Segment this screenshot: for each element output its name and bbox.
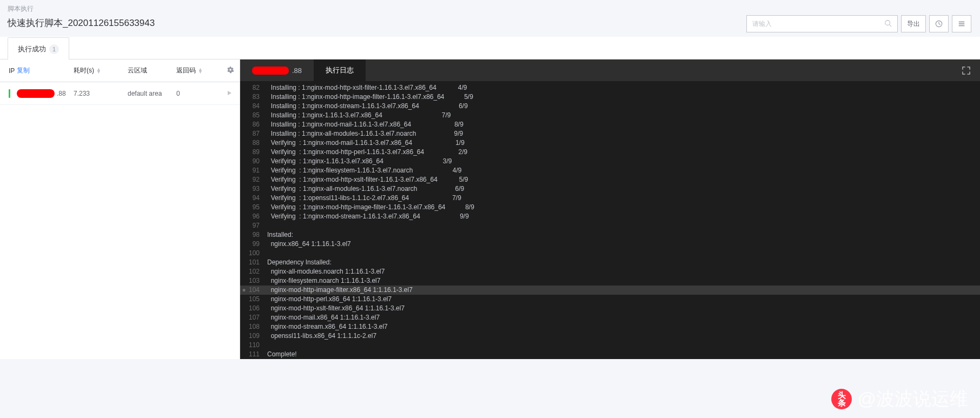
log-line: 107 nginx-mod-mail.x86_64 1:1.16.1-3.el7 — [240, 313, 980, 322]
cell-time: 7.233 — [74, 90, 128, 97]
search-input[interactable] — [752, 20, 884, 28]
log-body[interactable]: 82 Installing : 1:nginx-mod-http-xslt-fi… — [240, 81, 980, 359]
line-number: 109 — [248, 331, 267, 341]
log-line: 84 Installing : 1:nginx-mod-stream-1.16.… — [240, 102, 980, 111]
line-number: 83 — [248, 92, 267, 102]
line-number: 102 — [248, 267, 267, 276]
log-text: Verifying : 1:nginx-mod-http-image-filte… — [267, 203, 474, 212]
line-number: 98 — [248, 230, 267, 240]
line-number: 108 — [248, 322, 267, 331]
log-text: Verifying : 1:nginx-filesystem-1.16.1-3.… — [267, 166, 462, 175]
search-box[interactable] — [746, 15, 898, 32]
log-text: nginx-all-modules.noarch 1:1.16.1-3.el7 — [267, 267, 385, 276]
line-number: 97 — [248, 221, 267, 230]
sort-icon[interactable]: ▲▼ — [96, 68, 101, 74]
line-number: 86 — [248, 120, 267, 129]
log-tab-ip[interactable]: .88 — [240, 59, 314, 81]
log-text: Installing : 1:nginx-mod-http-xslt-filte… — [267, 83, 467, 92]
line-number: 90 — [248, 157, 267, 166]
gear-icon[interactable] — [227, 66, 234, 75]
svg-rect-3 — [959, 22, 965, 23]
log-text: Verifying : 1:nginx-mod-stream-1.16.1-3.… — [267, 212, 469, 221]
history-button[interactable] — [929, 15, 949, 32]
cell-area: default area — [128, 90, 176, 97]
svg-rect-4 — [959, 23, 965, 24]
col-time-label: 耗时(s) — [74, 66, 94, 75]
list-button[interactable] — [952, 15, 971, 32]
log-line: 99 nginx.x86_64 1:1.16.1-3.el7 — [240, 240, 980, 249]
line-number: 107 — [248, 313, 267, 322]
play-icon[interactable] — [227, 90, 232, 97]
sort-icon[interactable]: ▲▼ — [198, 68, 203, 74]
col-area-label: 云区域 — [128, 66, 176, 75]
cell-ret: 0 — [176, 90, 209, 97]
fullscreen-icon[interactable] — [957, 59, 975, 81]
line-number: 111 — [248, 350, 267, 359]
log-text: Installing : 1:nginx-mod-http-image-filt… — [267, 92, 473, 102]
tab-success[interactable]: 执行成功 1 — [8, 37, 69, 59]
log-text: nginx-mod-http-perl.x86_64 1:1.16.1-3.el… — [267, 295, 392, 304]
log-text: Complete! — [267, 350, 297, 359]
log-text: Verifying : 1:openssl11-libs-1.1.1c-2.el… — [267, 194, 461, 203]
log-text: Verifying : 1:nginx-mod-http-perl-1.16.1… — [267, 148, 467, 157]
log-line: 98Installed: — [240, 230, 980, 240]
log-text: Installed: — [267, 230, 293, 240]
copy-ip-link[interactable]: 复制 — [17, 66, 30, 75]
log-line: 97 — [240, 221, 980, 230]
log-line: 100 — [240, 249, 980, 258]
log-line: 85 Installing : 1:nginx-1.16.1-3.el7.x86… — [240, 111, 980, 120]
log-text: openssl11-libs.x86_64 1:1.1.1c-2.el7 — [267, 331, 376, 341]
line-number: 94 — [248, 194, 267, 203]
log-text: nginx-mod-http-image-filter.x86_64 1:1.1… — [267, 286, 413, 295]
log-line: 105 nginx-mod-http-perl.x86_64 1:1.16.1-… — [240, 295, 980, 304]
log-text: Verifying : 1:nginx-all-modules-1.16.1-3… — [267, 184, 464, 194]
export-button[interactable]: 导出 — [901, 15, 926, 32]
log-line: 108 nginx-mod-stream.x86_64 1:1.16.1-3.e… — [240, 322, 980, 331]
log-line: 88 Verifying : 1:nginx-mod-mail-1.16.1-3… — [240, 138, 980, 148]
log-line: 87 Installing : 1:nginx-all-modules-1.16… — [240, 129, 980, 138]
log-line: 89 Verifying : 1:nginx-mod-http-perl-1.1… — [240, 148, 980, 157]
table-row[interactable]: .88 7.233 default area 0 — [0, 82, 240, 105]
line-number: 89 — [248, 148, 267, 157]
host-list-panel: IP 复制 耗时(s) ▲▼ 云区域 返回码 ▲▼ .88 7.233 defa… — [0, 59, 240, 359]
log-tab-output[interactable]: 执行日志 — [314, 59, 366, 81]
log-text: Verifying : 1:nginx-1.16.1-3.el7.x86_64 … — [267, 157, 452, 166]
line-number: 101 — [248, 258, 267, 267]
line-number: 87 — [248, 129, 267, 138]
tab-success-label: 执行成功 — [18, 44, 46, 54]
log-line: 101Dependency Installed: — [240, 258, 980, 267]
log-text: Dependency Installed: — [267, 258, 332, 267]
log-text: nginx-mod-http-xslt-filter.x86_64 1:1.16… — [267, 304, 405, 313]
line-number: 110 — [248, 341, 267, 350]
line-number: 106 — [248, 304, 267, 313]
log-text: Verifying : 1:nginx-mod-http-xslt-filter… — [267, 175, 468, 184]
line-number: 85 — [248, 111, 267, 120]
search-icon[interactable] — [884, 19, 892, 29]
tab-success-count: 1 — [49, 44, 59, 54]
svg-point-0 — [885, 20, 890, 25]
status-indicator — [9, 89, 10, 98]
watermark-badge: 头 条 — [831, 389, 852, 409]
line-number: 96 — [248, 212, 267, 221]
log-line: 93 Verifying : 1:nginx-all-modules-1.16.… — [240, 184, 980, 194]
line-number: 93 — [248, 184, 267, 194]
log-line: 86 Installing : 1:nginx-mod-mail-1.16.1-… — [240, 120, 980, 129]
line-number: 95 — [248, 203, 267, 212]
log-line: 109 openssl11-libs.x86_64 1:1.1.1c-2.el7 — [240, 331, 980, 341]
log-line: 92 Verifying : 1:nginx-mod-http-xslt-fil… — [240, 175, 980, 184]
line-number: 103 — [248, 276, 267, 286]
log-text: Installing : 1:nginx-mod-stream-1.16.1-3… — [267, 102, 468, 111]
line-number: 104 — [248, 286, 267, 295]
line-number: 88 — [248, 138, 267, 148]
log-text: nginx.x86_64 1:1.16.1-3.el7 — [267, 240, 351, 249]
log-tabs: .88 执行日志 — [240, 59, 980, 81]
log-text: nginx-mod-mail.x86_64 1:1.16.1-3.el7 — [267, 313, 380, 322]
line-number: 82 — [248, 83, 267, 92]
log-line: 102 nginx-all-modules.noarch 1:1.16.1-3.… — [240, 267, 980, 276]
watermark-text: @波波说运维 — [857, 387, 968, 412]
log-line: 82 Installing : 1:nginx-mod-http-xslt-fi… — [240, 83, 980, 92]
log-line: ●104 nginx-mod-http-image-filter.x86_64 … — [240, 286, 980, 295]
table-header: IP 复制 耗时(s) ▲▼ 云区域 返回码 ▲▼ — [0, 59, 240, 82]
log-text: Installing : 1:nginx-1.16.1-3.el7.x86_64… — [267, 111, 451, 120]
line-number: 99 — [248, 240, 267, 249]
